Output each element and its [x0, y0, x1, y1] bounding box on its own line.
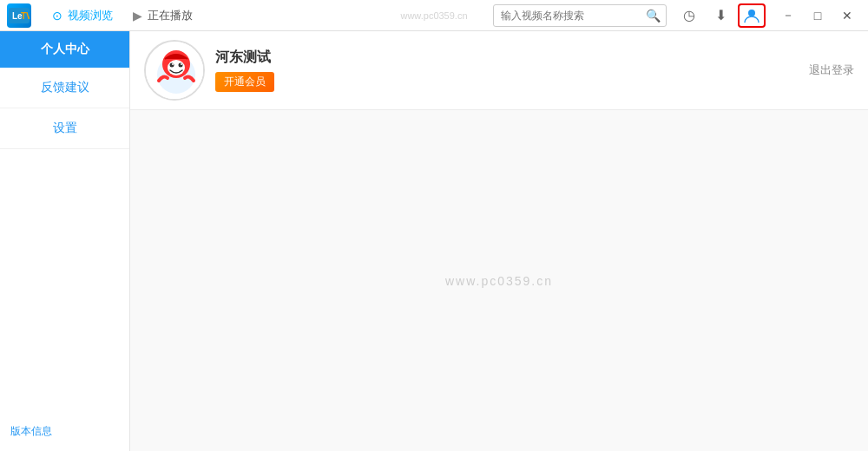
- nav-browse[interactable]: ⊙ 视频浏览: [42, 4, 122, 27]
- nav-browse-label: 视频浏览: [68, 8, 113, 23]
- restore-button[interactable]: □: [804, 3, 832, 28]
- close-button[interactable]: ✕: [833, 3, 861, 28]
- version-info[interactable]: 版本信息: [10, 425, 52, 437]
- content-area: 河东测试 开通会员 退出登录 www.pc0359.cn: [130, 31, 868, 451]
- title-bar: Le TV ⊙ 视频浏览 ▶ 正在播放 www.pc0359.cn 🔍 ◷ ⬇ …: [0, 0, 868, 31]
- nav-playing-label: 正在播放: [148, 8, 193, 23]
- svg-point-9: [179, 63, 183, 68]
- toolbar-icons: ◷ ⬇: [675, 3, 766, 28]
- content-header: 河东测试 开通会员 退出登录: [130, 31, 868, 110]
- svg-point-11: [181, 63, 182, 65]
- sidebar-feedback[interactable]: 反馈建议: [0, 68, 129, 108]
- svg-point-10: [172, 63, 174, 65]
- username-text: 河东测试: [215, 49, 274, 67]
- window-controls: － □ ✕: [774, 3, 861, 28]
- svg-text:TV: TV: [21, 11, 30, 21]
- logout-button[interactable]: 退出登录: [809, 62, 854, 78]
- watermark: www.pc0359.cn: [400, 10, 467, 21]
- sidebar-personal[interactable]: 个人中心: [0, 31, 129, 68]
- logo-icon: Le TV: [7, 3, 31, 28]
- vip-button[interactable]: 开通会员: [215, 72, 274, 92]
- minimize-button[interactable]: －: [774, 3, 802, 28]
- search-input[interactable]: [494, 10, 641, 22]
- sidebar-footer: 版本信息: [0, 412, 129, 451]
- avatar-image: [146, 42, 205, 101]
- history-button[interactable]: ◷: [675, 3, 703, 28]
- nav-playing[interactable]: ▶ 正在播放: [122, 4, 201, 27]
- search-icon[interactable]: 🔍: [641, 4, 664, 27]
- download-button[interactable]: ⬇: [707, 3, 734, 28]
- browse-icon: ⊙: [50, 9, 64, 23]
- sidebar: 个人中心 反馈建议 设置 版本信息: [0, 31, 130, 451]
- sidebar-settings[interactable]: 设置: [0, 108, 129, 149]
- search-bar: 🔍: [493, 4, 667, 27]
- avatar: [144, 40, 205, 101]
- username-area: 河东测试 开通会员: [215, 49, 274, 92]
- user-button[interactable]: [738, 3, 766, 28]
- content-placeholder: www.pc0359.cn: [445, 274, 553, 288]
- svg-point-8: [170, 63, 174, 68]
- playing-icon: ▶: [130, 9, 144, 23]
- main-layout: 个人中心 反馈建议 设置 版本信息: [0, 31, 868, 451]
- content-body: www.pc0359.cn: [130, 110, 868, 451]
- svg-point-3: [748, 10, 755, 16]
- logo-area: Le TV: [7, 3, 31, 28]
